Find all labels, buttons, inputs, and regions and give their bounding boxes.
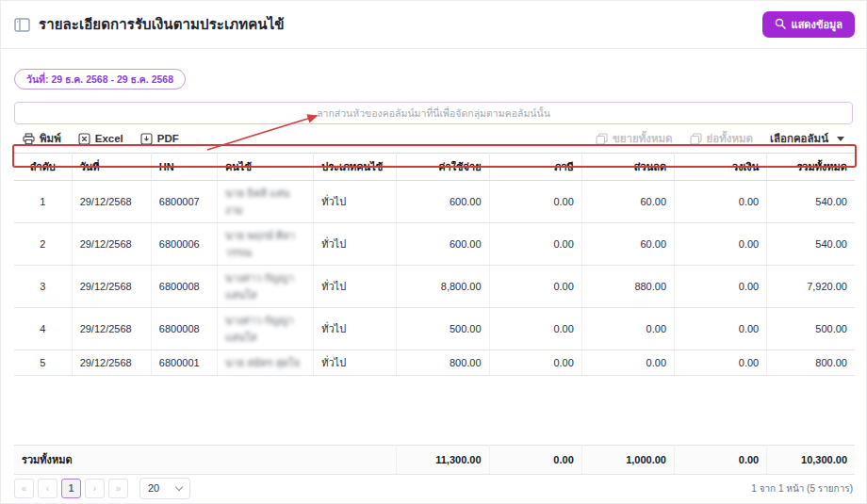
- totals-discount: 1,000.00: [581, 446, 674, 475]
- table-header-row: ลำดับ วันที่ HN คนไข้ ประเภทคนไข้ ค่าใช้…: [14, 154, 855, 181]
- cell-discount: 60.00: [581, 181, 674, 223]
- cell-no: 2: [14, 223, 72, 266]
- col-header-date[interactable]: วันที่: [72, 154, 151, 181]
- cell-discount: 880.00: [581, 266, 674, 308]
- cell-patient-type: ทั่วไป: [314, 223, 397, 266]
- totals-label: รวมทั้งหมด: [14, 446, 397, 475]
- search-icon: [775, 18, 786, 31]
- cell-tax: 0.00: [489, 308, 581, 350]
- last-page-button[interactable]: »: [108, 479, 128, 498]
- group-by-hint: ลากส่วนหัวของคอลัมน์มาที่นี่เพื่อจัดกลุ่…: [317, 106, 550, 122]
- cell-patient-name: นางสาว กัญญา แสนใส: [217, 266, 313, 308]
- page-number-button[interactable]: 1: [61, 479, 81, 498]
- totals-tax: 0.00: [489, 446, 581, 475]
- first-page-button[interactable]: «: [14, 479, 34, 498]
- print-button[interactable]: พิมพ์: [14, 126, 70, 151]
- cell-hn: 6800008: [151, 266, 217, 308]
- cell-discount: 0.00: [581, 308, 674, 350]
- group-by-drop-zone[interactable]: ลากส่วนหัวของคอลัมน์มาที่นี่เพื่อจัดกลุ่…: [14, 102, 853, 124]
- col-header-type[interactable]: ประเภทคนไข้: [314, 154, 397, 181]
- expand-all-button[interactable]: ขยายทั้งหมด: [587, 126, 681, 151]
- data-grid: ลำดับ วันที่ HN คนไข้ ประเภทคนไข้ ค่าใช้…: [14, 153, 855, 376]
- sidebar-layout-icon[interactable]: [14, 18, 30, 32]
- cell-credit: 0.00: [675, 350, 767, 376]
- cell-expense: 600.00: [397, 181, 489, 223]
- cell-total: 540.00: [767, 223, 855, 266]
- col-header-total[interactable]: รวมทั้งหมด: [767, 154, 855, 181]
- cell-expense: 8,800.00: [397, 266, 489, 308]
- chevron-down-icon: [175, 482, 183, 490]
- cell-patient-name: นาย ธิคลี แสนงาม: [217, 181, 313, 223]
- cell-patient-name: นางสาว กัญญา แสนใส: [217, 308, 313, 350]
- cell-no: 1: [14, 181, 72, 223]
- cell-hn: 6800007: [151, 181, 217, 223]
- totals-row: รวมทั้งหมด 11,300.00 0.00 1,000.00 0.00 …: [14, 446, 855, 475]
- table-row[interactable]: 2 29/12/2568 6800006 นาย พฤกษ์ ศิลาวรรณ …: [14, 223, 855, 266]
- choose-columns-label: เลือกคอลัมน์: [770, 130, 828, 147]
- totals-total: 10,300.00: [767, 446, 855, 475]
- cell-hn: 6800008: [151, 308, 217, 350]
- page-size-value: 20: [148, 482, 159, 494]
- pdf-label: PDF: [157, 133, 179, 144]
- cell-tax: 0.00: [489, 223, 581, 266]
- cell-total: 800.00: [767, 350, 855, 376]
- table-row[interactable]: 1 29/12/2568 6800007 นาย ธิคลี แสนงาม ทั…: [14, 181, 855, 223]
- cell-patient-type: ทั่วไป: [314, 350, 397, 376]
- date-range-chip[interactable]: วันที่: 29 ธ.ค. 2568 - 29 ธ.ค. 2568: [14, 69, 186, 89]
- grid-toolbar: พิมพ์ Excel: [14, 124, 853, 153]
- cell-credit: 0.00: [675, 266, 767, 308]
- cell-credit: 0.00: [675, 181, 767, 223]
- col-header-patient[interactable]: คนไข้: [217, 154, 313, 181]
- page-size-select[interactable]: 20: [139, 478, 190, 499]
- cell-date: 29/12/2568: [72, 308, 151, 350]
- table-row[interactable]: 3 29/12/2568 6800008 นางสาว กัญญา แสนใส …: [14, 266, 855, 308]
- pdf-file-icon: [140, 133, 153, 145]
- export-pdf-button[interactable]: PDF: [132, 129, 188, 149]
- excel-file-icon: [78, 133, 90, 145]
- cell-tax: 0.00: [489, 181, 581, 223]
- cell-total: 7,920.00: [767, 266, 855, 308]
- col-header-tax[interactable]: ภาษี: [489, 154, 581, 181]
- cell-expense: 600.00: [397, 223, 489, 266]
- grid-empty-area: [14, 376, 853, 445]
- cell-discount: 0.00: [581, 350, 674, 376]
- table-row[interactable]: 5 29/12/2568 6800001 นาย สมัคร สุดใจ ทั่…: [14, 350, 855, 376]
- cell-total: 540.00: [767, 181, 855, 223]
- totals-table: รวมทั้งหมด 11,300.00 0.00 1,000.00 0.00 …: [14, 445, 855, 475]
- report-page: รายละเอียดการรับเงินตามประเภทคนไข้ แสดงข…: [1, 1, 866, 503]
- cell-date: 29/12/2568: [72, 350, 151, 376]
- col-header-discount[interactable]: ส่วนลด: [581, 154, 674, 181]
- prev-page-button[interactable]: ‹: [38, 479, 57, 498]
- show-data-button[interactable]: แสดงข้อมูล: [762, 11, 855, 38]
- pagination-bar: « ‹ 1 › » 20 1 จาก 1 หน้า (5 รายการ): [14, 475, 853, 503]
- chevron-down-icon: [837, 137, 844, 141]
- cell-expense: 500.00: [397, 308, 489, 350]
- report-content: วันที่: 29 ธ.ค. 2568 - 29 ธ.ค. 2568 ลากส…: [1, 49, 866, 503]
- col-header-no[interactable]: ลำดับ: [14, 154, 72, 181]
- cell-date: 29/12/2568: [72, 181, 151, 223]
- cell-total: 500.00: [767, 308, 855, 350]
- col-header-credit[interactable]: วงเงิน: [675, 154, 767, 181]
- app-header: รายละเอียดการรับเงินตามประเภทคนไข้ แสดงข…: [1, 1, 866, 49]
- cell-patient-type: ทั่วไป: [314, 266, 397, 308]
- next-page-button[interactable]: ›: [85, 479, 105, 498]
- table-row[interactable]: 4 29/12/2568 6800008 นางสาว กัญญา แสนใส …: [14, 308, 855, 350]
- export-excel-button[interactable]: Excel: [70, 129, 132, 149]
- cell-date: 29/12/2568: [72, 266, 151, 308]
- cell-hn: 6800001: [151, 350, 217, 376]
- table-body: 1 29/12/2568 6800007 นาย ธิคลี แสนงาม ทั…: [14, 181, 855, 376]
- collapse-all-button[interactable]: ย่อทั้งหมด: [681, 126, 761, 151]
- cell-expense: 800.00: [397, 350, 489, 376]
- excel-label: Excel: [95, 133, 123, 144]
- cell-credit: 0.00: [675, 223, 767, 266]
- cell-patient-name: นาย พฤกษ์ ศิลาวรรณ: [217, 223, 313, 266]
- cell-tax: 0.00: [489, 350, 581, 376]
- col-header-hn[interactable]: HN: [151, 154, 217, 181]
- totals-expense: 11,300.00: [397, 446, 489, 475]
- col-header-expense[interactable]: ค่าใช้จ่าย: [397, 154, 489, 181]
- cell-discount: 60.00: [581, 223, 674, 266]
- expand-all-label: ขยายทั้งหมด: [613, 130, 673, 147]
- pagination-summary: 1 จาก 1 หน้า (5 รายการ): [751, 481, 853, 496]
- cell-no: 3: [14, 266, 72, 308]
- choose-columns-button[interactable]: เลือกคอลัมน์: [761, 126, 853, 151]
